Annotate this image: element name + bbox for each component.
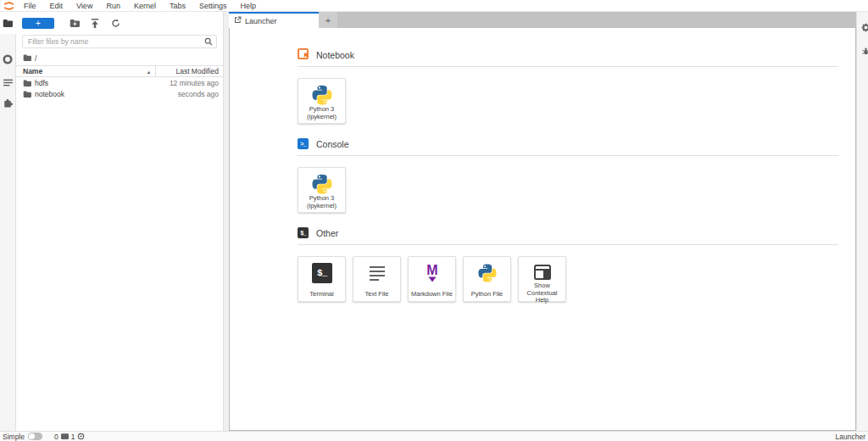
card-label: Python 3 (ipykernel) [307,106,337,120]
launcher-section-other: $_ Other $_ Terminal [298,226,838,302]
folder-icon [23,80,31,87]
launcher-card-markdown-file[interactable]: M Markdown File [408,256,456,302]
file-row-hdfs[interactable]: hdfs 12 minutes ago [16,77,223,88]
section-title-console: Console [316,139,349,149]
menu-bar: File Edit View Run Kernel Tabs Settings … [0,0,868,12]
menu-item-file[interactable]: File [17,0,43,12]
current-activity-label: Launcher [836,433,865,441]
menu-item-tabs[interactable]: Tabs [163,0,192,12]
menu-item-help[interactable]: Help [233,0,263,12]
python-logo-icon [311,84,333,106]
column-header-last-modified[interactable]: Last Modified [155,66,223,77]
simple-mode-toggle[interactable] [28,433,42,440]
terminal-icon: $_ [298,227,309,238]
terminal-mini-icon [61,433,69,439]
column-header-name[interactable]: Name ▴ [16,67,155,75]
launcher-card-text-file[interactable]: Text File [353,256,401,302]
upload-icon[interactable] [85,19,105,28]
sort-ascending-icon: ▴ [147,69,150,75]
home-folder-icon [23,54,31,63]
sidebar-tab-extension-manager[interactable] [0,93,16,115]
python-logo-icon [311,173,333,195]
status-bar: Simple 0 1 Launcher [0,431,868,441]
card-label: Terminal [309,291,333,299]
section-divider [298,66,838,67]
search-icon [204,37,213,47]
filter-files-input[interactable] [22,35,217,48]
menu-item-view[interactable]: View [70,0,99,12]
filter-files-wrap [22,35,217,48]
launcher-card-console-python3[interactable]: Python 3 (ipykernel) [298,167,346,213]
launcher-card-terminal[interactable]: $_ Terminal [298,256,346,302]
tab-launcher[interactable]: Launcher [229,12,319,28]
notebook-icon [298,47,309,63]
svg-text:M: M [426,263,437,277]
text-file-icon [367,262,387,284]
file-row-notebook[interactable]: notebook seconds ago [16,88,223,99]
card-label: Markdown File [411,291,453,299]
new-launcher-button[interactable]: + [22,18,54,29]
console-icon: >_ [298,138,309,149]
card-label: Text File [365,291,389,299]
sidebar-tab-file-browser[interactable] [0,12,16,34]
simple-mode-label: Simple [3,433,25,441]
breadcrumb-root: / [35,54,36,63]
markdown-icon: M [422,262,442,284]
dock-panel: Launcher + Notebook [229,12,856,431]
menu-item-kernel[interactable]: Kernel [127,0,163,12]
launcher-card-show-contextual-help[interactable]: Show Contextual Help [518,256,566,302]
launcher-card-python-file[interactable]: Python File [463,256,511,302]
kernel-count: 1 [71,433,75,441]
property-inspector-gear-icon[interactable] [861,20,868,36]
terminal-icon: $_ [312,263,332,283]
sidebar-tab-running-sessions[interactable] [0,49,16,71]
menu-item-settings[interactable]: Settings [192,0,234,12]
file-name: notebook [35,90,64,98]
file-browser-panel: + / [16,12,224,431]
launcher-section-notebook: Notebook Python 3 (ipykernel) [298,48,838,124]
session-counts[interactable]: 0 1 [54,433,85,441]
launcher-card-notebook-python3[interactable]: Python 3 (ipykernel) [298,78,346,124]
tab-label: Launcher [245,17,277,25]
card-label: Show Contextual Help [520,282,564,304]
tab-bar: Launcher + [229,12,856,28]
kernel-circle-icon [77,433,85,440]
folder-icon [23,91,31,98]
file-modified: 12 minutes ago [152,79,223,87]
section-divider [298,155,838,156]
file-list-header: Name ▴ Last Modified [16,65,223,77]
breadcrumb[interactable]: / [16,52,223,65]
file-modified: seconds ago [152,90,223,98]
folder-icon [3,15,13,31]
puzzle-extension-icon [3,97,13,112]
new-folder-icon[interactable] [64,19,85,27]
refresh-icon[interactable] [105,19,125,28]
section-title-other: Other [316,228,338,238]
section-divider [298,244,838,245]
menu-item-edit[interactable]: Edit [43,0,70,12]
launcher-tab-icon [234,16,242,25]
left-activity-bar [0,12,16,431]
section-title-notebook: Notebook [316,50,354,60]
jupyter-logo-icon [0,1,17,11]
debugger-bug-icon[interactable] [861,44,868,59]
file-name: hdfs [35,79,48,87]
table-of-contents-icon [3,75,13,90]
contextual-help-icon [532,262,553,282]
python-logo-icon [477,262,498,284]
sidebar-tab-table-of-contents[interactable] [0,71,16,93]
jupyterlab-window: File Edit View Run Kernel Tabs Settings … [0,0,868,441]
right-activity-bar [856,12,868,431]
card-label: Python File [471,291,504,299]
terminal-count: 0 [54,433,58,441]
file-browser-toolbar: + [16,12,223,34]
launcher-section-console: >_ Console Python 3 (ipyke [298,137,838,213]
card-label: Python 3 (ipykernel) [307,195,337,209]
menu-item-run[interactable]: Run [99,0,127,12]
new-tab-button[interactable]: + [319,12,337,28]
main-area: + / [0,12,868,431]
launcher-body: Notebook Python 3 (ipykernel) [229,28,856,431]
running-sessions-icon [3,53,13,68]
toggle-knob [29,433,35,439]
